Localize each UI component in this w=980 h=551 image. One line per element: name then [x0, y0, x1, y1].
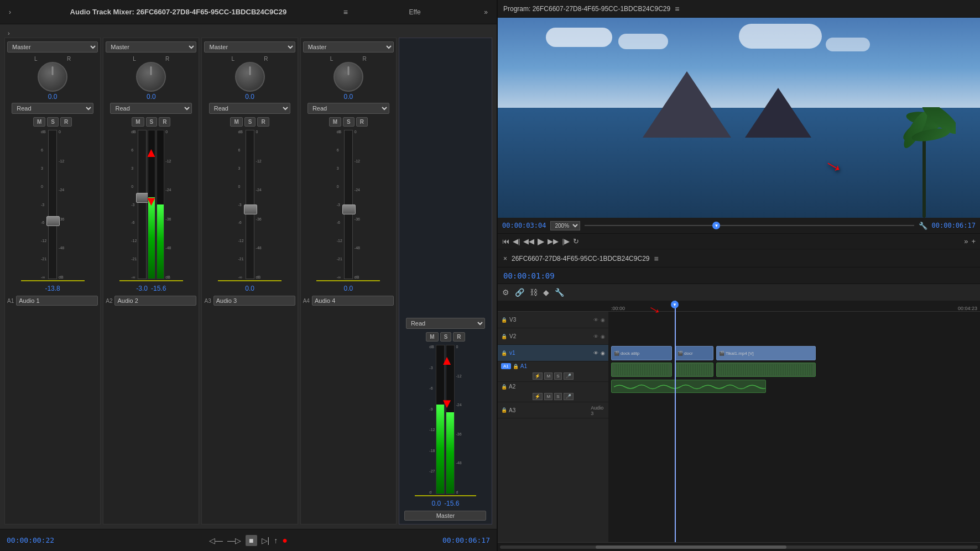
a1-sync-btn[interactable]: ⚡: [533, 372, 543, 380]
a1-track-s-btn[interactable]: S: [554, 372, 561, 380]
a1-name-input[interactable]: [16, 296, 98, 306]
master-solo-btn[interactable]: S: [440, 332, 452, 342]
a2-pan-knob[interactable]: [136, 62, 166, 92]
a3-record-btn[interactable]: R: [257, 117, 269, 127]
monitor-play-btn[interactable]: ▶: [538, 236, 544, 246]
timeline-snap-btn[interactable]: 🔗: [515, 288, 524, 297]
step-fwd-btn[interactable]: ▷|: [262, 536, 270, 545]
a2-record-btn[interactable]: R: [159, 117, 170, 127]
record-btn[interactable]: ●: [282, 536, 288, 545]
mixer-collapse-btn[interactable]: ›: [7, 6, 13, 18]
v2-lock[interactable]: 🔒: [501, 334, 507, 339]
master-mute-btn[interactable]: M: [426, 332, 438, 342]
timeline-markers-btn[interactable]: ◆: [543, 288, 549, 297]
stop-btn[interactable]: ■: [246, 535, 257, 546]
a4-name-input[interactable]: [312, 296, 394, 306]
expand-icon[interactable]: »: [482, 6, 490, 18]
a2-track-s-btn[interactable]: S: [554, 393, 561, 400]
a4-solo-btn[interactable]: S: [343, 117, 355, 127]
monitor-step-fwd-btn[interactable]: ▶▶: [548, 237, 559, 245]
clip-docr[interactable]: 🎬 docr: [675, 346, 713, 360]
a3-track-lock[interactable]: 🔒: [501, 407, 507, 413]
a4-record-btn[interactable]: R: [356, 117, 368, 127]
timeline-menu-icon[interactable]: ≡: [654, 254, 658, 263]
a3-name-input[interactable]: [213, 296, 295, 306]
a3-mute-btn[interactable]: M: [230, 117, 242, 127]
monitor-add-btn[interactable]: +: [971, 237, 976, 245]
a4-read-select[interactable]: Read: [307, 103, 389, 114]
mixer-menu-icon[interactable]: ≡: [343, 8, 348, 17]
a1-track-lock[interactable]: 🔒: [513, 364, 519, 369]
a2-routing-select[interactable]: Master: [106, 41, 196, 53]
v1-eye-icon[interactable]: 👁: [593, 350, 598, 356]
a1-track-active-btn[interactable]: A1: [501, 363, 511, 369]
monitor-loop-btn[interactable]: ↻: [573, 237, 579, 245]
monitor-zoom-select[interactable]: 200% 100% Fit: [550, 221, 580, 230]
monitor-menu-icon[interactable]: ≡: [675, 4, 679, 13]
a2-sync-btn[interactable]: ⚡: [533, 393, 543, 400]
a3-fader-track[interactable]: [246, 130, 254, 279]
a1-mic-btn[interactable]: 🎤: [564, 372, 574, 380]
a3-read-select[interactable]: Read: [209, 103, 291, 114]
master-read-select[interactable]: Read: [406, 318, 485, 329]
playhead-dot[interactable]: ▼: [712, 222, 720, 229]
a4-routing-select[interactable]: Master: [303, 41, 394, 53]
export-btn[interactable]: ↑: [274, 536, 278, 545]
a4-fader-handle[interactable]: [342, 204, 356, 214]
v2-vis-icon[interactable]: ◉: [601, 334, 605, 339]
effects-tab[interactable]: Effe: [405, 6, 425, 18]
monitor-scrub-bar[interactable]: ▼: [585, 222, 914, 229]
a2-solo-btn[interactable]: S: [146, 117, 158, 127]
scrollbar-track[interactable]: [500, 545, 978, 549]
a2-track-lock[interactable]: 🔒: [501, 384, 507, 390]
a1-mute-btn[interactable]: M: [33, 117, 45, 127]
a1-fader-track[interactable]: [48, 130, 57, 279]
a2-mute-btn[interactable]: M: [132, 117, 144, 127]
a1-fader-handle[interactable]: [46, 216, 60, 226]
scrollbar-thumb[interactable]: [596, 545, 787, 549]
a3-pan-knob[interactable]: [235, 62, 265, 92]
a3-fader-handle[interactable]: [244, 204, 257, 214]
a2-read-select[interactable]: Read: [110, 103, 192, 114]
a4-fader-track[interactable]: [344, 130, 353, 279]
master-record-btn[interactable]: R: [453, 332, 465, 342]
a2-track-m-btn[interactable]: M: [544, 393, 552, 400]
timeline-wrench-btn[interactable]: 🔧: [555, 288, 564, 297]
playhead-marker[interactable]: ▼: [671, 301, 679, 308]
timeline-settings-btn[interactable]: ⚙: [502, 288, 509, 297]
go-out-btn[interactable]: —▷: [227, 536, 241, 545]
monitor-go-start-btn[interactable]: ⏮: [502, 237, 509, 245]
monitor-go-end-btn[interactable]: |▶: [562, 237, 569, 245]
v3-eye-icon[interactable]: 👁: [593, 317, 598, 323]
a1-routing-select[interactable]: Master: [7, 41, 98, 53]
v3-lock[interactable]: 🔒: [501, 317, 507, 323]
v1-vis-icon[interactable]: ◉: [601, 350, 605, 356]
clip-tikal[interactable]: 🎬 Tikal1.mp4 [V]: [716, 346, 816, 360]
master-name-input[interactable]: [404, 511, 486, 521]
a1-pan-knob[interactable]: [38, 62, 67, 92]
a3-solo-btn[interactable]: S: [244, 117, 256, 127]
a1-record-btn[interactable]: R: [60, 117, 72, 127]
a3-routing-select[interactable]: Master: [204, 41, 295, 53]
collapse-arrow[interactable]: ›: [4, 29, 13, 38]
a4-mute-btn[interactable]: M: [329, 117, 341, 127]
a4-pan-knob[interactable]: [333, 62, 363, 92]
audio-clip-a1-1[interactable]: [611, 363, 672, 377]
v2-eye-icon[interactable]: 👁: [593, 334, 598, 339]
timeline-link-btn[interactable]: ⛓: [530, 288, 538, 297]
audio-clip-a1-3[interactable]: [716, 363, 816, 377]
clip-dock-atito[interactable]: 🎬 dock atitp: [611, 346, 672, 360]
a2-name-input[interactable]: [114, 296, 196, 306]
audio-clip-a2[interactable]: [611, 380, 766, 393]
monitor-step-back-btn[interactable]: ◀|: [513, 237, 520, 245]
a2-mic-btn[interactable]: 🎤: [564, 393, 574, 400]
a1-read-select[interactable]: Read: [12, 103, 93, 114]
timeline-scrollbar[interactable]: [498, 542, 980, 551]
close-sequence-icon[interactable]: ×: [503, 255, 507, 263]
go-in-btn[interactable]: ◁—: [209, 536, 223, 545]
v3-vis-icon[interactable]: ◉: [601, 317, 605, 323]
a1-track-m-btn[interactable]: M: [544, 372, 552, 380]
monitor-back-btn[interactable]: ◀◀: [523, 237, 534, 245]
a2-fader-track[interactable]: [138, 130, 147, 279]
monitor-more-btn[interactable]: »: [964, 237, 968, 245]
